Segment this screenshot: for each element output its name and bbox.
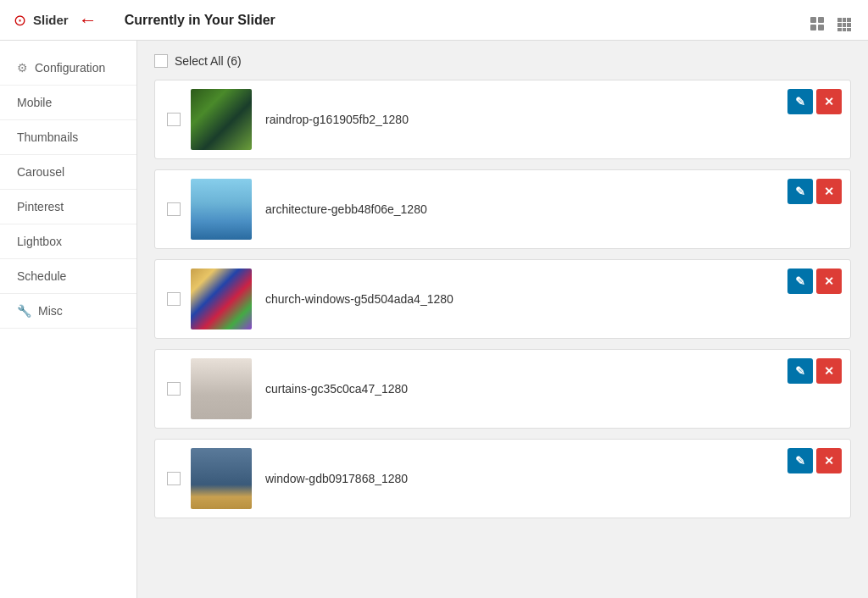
page-title: Currently in Your Slider xyxy=(125,13,275,28)
sidebar-label-pinterest: Pinterest xyxy=(17,200,64,213)
slide-actions-5: ✎ ✕ xyxy=(787,448,842,473)
slide-actions-1: ✎ ✕ xyxy=(787,89,842,114)
sidebar-label-mobile: Mobile xyxy=(17,96,52,109)
sidebar: ⚙ Configuration Mobile Thumbnails Carous… xyxy=(0,41,137,598)
wrench-icon: 🔧 xyxy=(17,304,31,318)
slide-actions-3: ✎ ✕ xyxy=(787,269,842,294)
sidebar-label-carousel: Carousel xyxy=(17,165,64,179)
slide-edit-button-1[interactable]: ✎ xyxy=(787,89,813,114)
sidebar-label-thumbnails: Thumbnails xyxy=(17,130,78,144)
slide-actions-4: ✎ ✕ xyxy=(787,358,842,384)
slide-name-4: curtains-gc35c0ca47_1280 xyxy=(265,382,838,396)
slide-checkbox-5[interactable] xyxy=(167,472,181,485)
sidebar-item-configuration[interactable]: ⚙ Configuration xyxy=(0,51,136,86)
arrow-indicator: ← xyxy=(79,9,97,31)
sidebar-item-schedule[interactable]: Schedule xyxy=(0,259,136,294)
sidebar-item-carousel[interactable]: Carousel xyxy=(0,155,136,190)
slide-actions-2: ✎ ✕ xyxy=(787,179,842,204)
slide-item-4: curtains-gc35c0ca47_1280 ✎ ✕ xyxy=(154,349,851,429)
small-grid-icon xyxy=(837,18,851,31)
sidebar-item-lightbox[interactable]: Lightbox xyxy=(0,224,136,259)
view-toggle xyxy=(807,7,854,33)
slide-remove-button-3[interactable]: ✕ xyxy=(816,269,842,294)
slide-thumbnail-2 xyxy=(191,179,252,240)
sidebar-item-misc[interactable]: 🔧 Misc xyxy=(0,294,136,329)
sidebar-label-misc: Misc xyxy=(38,304,63,318)
logo-area: ⊙ Slider ← xyxy=(14,9,97,31)
top-bar: ⊙ Slider ← Currently in Your Slider xyxy=(0,0,868,41)
sidebar-item-pinterest[interactable]: Pinterest xyxy=(0,190,136,224)
slide-thumbnail-5 xyxy=(191,448,252,509)
select-all-label[interactable]: Select All (6) xyxy=(175,54,242,68)
gear-icon: ⚙ xyxy=(17,61,28,75)
select-all-checkbox[interactable] xyxy=(154,54,168,68)
logo-icon: ⊙ xyxy=(14,11,26,30)
slide-item-1: raindrop-g161905fb2_1280 ✎ ✕ xyxy=(154,80,851,159)
slide-item-3: church-windows-g5d504ada4_1280 ✎ ✕ xyxy=(154,259,851,339)
slide-checkbox-3[interactable] xyxy=(167,292,181,306)
slide-item-2: architecture-gebb48f06e_1280 ✎ ✕ xyxy=(154,169,851,249)
slide-edit-button-3[interactable]: ✎ xyxy=(787,269,813,294)
large-grid-icon xyxy=(810,17,824,30)
slide-checkbox-1[interactable] xyxy=(167,113,181,126)
select-all-row: Select All (6) xyxy=(154,54,851,68)
slide-checkbox-2[interactable] xyxy=(167,202,181,216)
slide-thumbnail-1 xyxy=(191,89,252,150)
slide-name-2: architecture-gebb48f06e_1280 xyxy=(265,202,838,216)
slide-edit-button-2[interactable]: ✎ xyxy=(787,179,813,204)
slide-remove-button-1[interactable]: ✕ xyxy=(816,89,842,114)
slide-thumbnail-3 xyxy=(191,269,252,329)
logo-text: Slider xyxy=(33,13,69,27)
slide-edit-button-5[interactable]: ✎ xyxy=(787,448,813,473)
slide-remove-button-2[interactable]: ✕ xyxy=(816,179,842,204)
slide-name-5: window-gdb0917868_1280 xyxy=(265,472,838,485)
slide-remove-button-4[interactable]: ✕ xyxy=(816,358,842,384)
content-area: Select All (6) raindrop-g161905fb2_1280 … xyxy=(137,41,868,598)
sidebar-item-thumbnails[interactable]: Thumbnails xyxy=(0,120,136,155)
slide-thumbnail-4 xyxy=(191,358,252,419)
sidebar-label-configuration: Configuration xyxy=(35,61,105,75)
sidebar-item-mobile[interactable]: Mobile xyxy=(0,86,136,120)
main-layout: ⚙ Configuration Mobile Thumbnails Carous… xyxy=(0,41,868,598)
slide-name-3: church-windows-g5d504ada4_1280 xyxy=(265,292,838,306)
slide-edit-button-4[interactable]: ✎ xyxy=(787,358,813,384)
slide-checkbox-4[interactable] xyxy=(167,382,181,396)
large-grid-view-button[interactable] xyxy=(807,8,827,32)
slide-remove-button-5[interactable]: ✕ xyxy=(816,448,842,473)
slide-item-5: window-gdb0917868_1280 ✎ ✕ xyxy=(154,439,851,518)
slide-name-1: raindrop-g161905fb2_1280 xyxy=(265,113,838,126)
sidebar-label-schedule: Schedule xyxy=(17,269,66,283)
sidebar-label-lightbox: Lightbox xyxy=(17,235,62,248)
small-grid-view-button[interactable] xyxy=(834,7,854,33)
